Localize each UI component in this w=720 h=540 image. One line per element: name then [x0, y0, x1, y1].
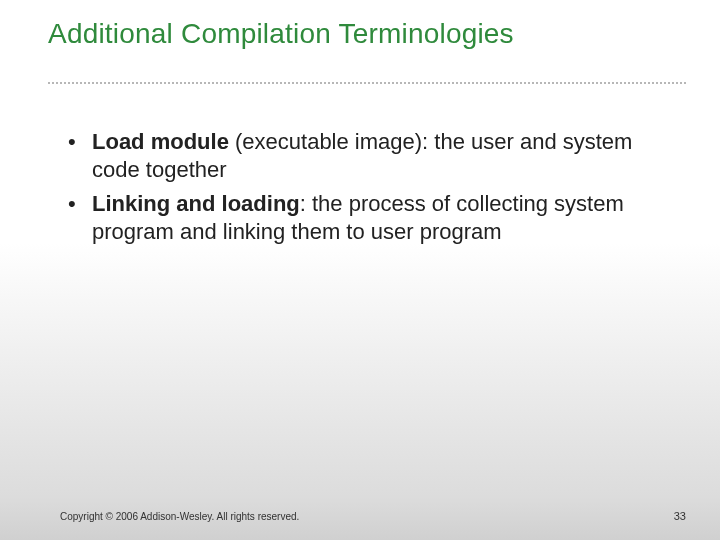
- slide-title: Additional Compilation Terminologies: [48, 18, 680, 50]
- copyright-text: Copyright © 2006 Addison-Wesley. All rig…: [60, 511, 299, 522]
- slide: Additional Compilation Terminologies Loa…: [0, 0, 720, 540]
- slide-footer: Copyright © 2006 Addison-Wesley. All rig…: [60, 510, 686, 522]
- bullet-item: Load module (executable image): the user…: [64, 128, 660, 184]
- slide-body: Load module (executable image): the user…: [64, 128, 660, 253]
- bullet-item: Linking and loading: the process of coll…: [64, 190, 660, 246]
- bullet-term: Load module: [92, 129, 229, 154]
- bullet-term: Linking and loading: [92, 191, 300, 216]
- page-number: 33: [674, 510, 686, 522]
- title-divider: [48, 82, 686, 84]
